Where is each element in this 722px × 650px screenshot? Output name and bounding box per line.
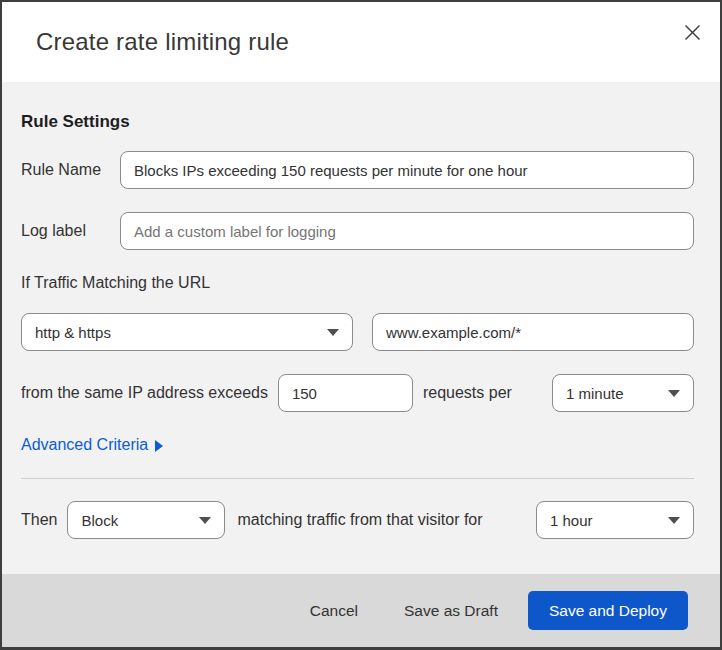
save-as-draft-button[interactable]: Save as Draft xyxy=(392,594,510,628)
rule-name-input[interactable] xyxy=(120,151,694,189)
log-label-label: Log label xyxy=(21,222,120,240)
dialog-body: Rule Settings Rule Name Log label If Tra… xyxy=(2,82,720,574)
threshold-infix-text: requests per xyxy=(423,384,512,402)
log-label-input[interactable] xyxy=(120,212,694,250)
dialog-header: Create rate limiting rule xyxy=(2,2,720,82)
then-label: Then xyxy=(21,511,57,529)
chevron-down-icon xyxy=(668,390,680,397)
duration-select[interactable]: 1 hour xyxy=(536,501,694,539)
cancel-button[interactable]: Cancel xyxy=(298,594,370,628)
then-infix-text: matching traffic from that visitor for xyxy=(237,511,482,529)
url-pattern-input[interactable] xyxy=(372,313,694,351)
period-select[interactable]: 1 minute xyxy=(552,374,694,412)
period-select-value: 1 minute xyxy=(566,385,624,402)
threshold-prefix-text: from the same IP address exceeds xyxy=(21,384,268,402)
scheme-select-value: http & https xyxy=(35,324,111,341)
traffic-match-heading: If Traffic Matching the URL xyxy=(21,274,694,292)
action-select-value: Block xyxy=(81,512,118,529)
close-icon xyxy=(684,24,701,41)
chevron-down-icon xyxy=(327,329,339,336)
dialog-title: Create rate limiting rule xyxy=(36,28,289,56)
scheme-url-row: http & https xyxy=(21,313,694,351)
dialog-footer: Cancel Save as Draft Save and Deploy xyxy=(2,574,720,647)
then-row: Then Block matching traffic from that vi… xyxy=(21,501,694,539)
chevron-down-icon xyxy=(668,517,680,524)
scheme-select[interactable]: http & https xyxy=(21,313,353,351)
action-select[interactable]: Block xyxy=(67,501,225,539)
duration-select-value: 1 hour xyxy=(550,512,593,529)
log-label-row: Log label xyxy=(21,212,694,250)
save-and-deploy-button[interactable]: Save and Deploy xyxy=(528,591,688,630)
section-divider xyxy=(21,478,694,479)
close-button[interactable] xyxy=(678,18,706,46)
rule-name-row: Rule Name xyxy=(21,151,694,189)
threshold-row: from the same IP address exceeds request… xyxy=(21,374,694,412)
request-count-input[interactable] xyxy=(278,374,413,412)
rule-name-label: Rule Name xyxy=(21,161,120,179)
rule-settings-heading: Rule Settings xyxy=(21,112,694,132)
triangle-right-icon xyxy=(155,440,163,452)
advanced-criteria-link[interactable]: Advanced Criteria xyxy=(21,436,163,454)
create-rate-limiting-rule-dialog: Create rate limiting rule Rule Settings … xyxy=(0,0,722,650)
chevron-down-icon xyxy=(199,517,211,524)
advanced-criteria-label: Advanced Criteria xyxy=(21,436,148,454)
